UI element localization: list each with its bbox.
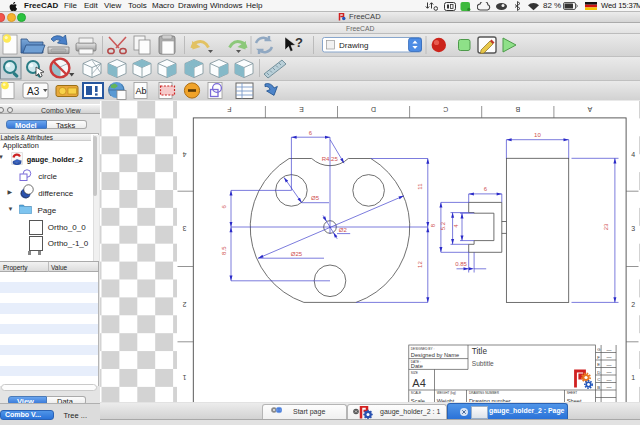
svg-text:SHEET: SHEET — [566, 391, 577, 395]
svg-text:G: G — [597, 347, 600, 352]
svg-text:Subtitle: Subtitle — [471, 360, 493, 367]
svg-text:SCALE: SCALE — [410, 391, 420, 395]
svg-text:2: 2 — [631, 301, 635, 308]
svg-text:?: ? — [295, 35, 303, 50]
svg-text:—: — — [606, 354, 611, 360]
svg-text:3: 3 — [182, 225, 186, 232]
svg-text:—: — — [606, 377, 611, 383]
svg-text:Designed by Name: Designed by Name — [410, 352, 458, 358]
svg-text:4: 4 — [631, 151, 635, 158]
svg-text:Ø2: Ø2 — [338, 227, 347, 233]
svg-text:Title: Title — [471, 347, 487, 356]
svg-text:8: 8 — [430, 223, 436, 227]
svg-text:5.2: 5.2 — [439, 221, 445, 230]
svg-text:—: — — [606, 369, 611, 375]
svg-text:2: 2 — [182, 301, 186, 308]
svg-text:23: 23 — [603, 223, 609, 230]
svg-text:F: F — [597, 355, 600, 360]
svg-text:6: 6 — [220, 204, 226, 208]
svg-text:SIZE: SIZE — [410, 371, 417, 375]
svg-text:11: 11 — [417, 183, 423, 190]
svg-text:C: C — [443, 106, 448, 113]
svg-text:D: D — [370, 106, 375, 113]
svg-text:DRAWING NUMBER: DRAWING NUMBER — [469, 391, 500, 395]
svg-text:12: 12 — [417, 261, 423, 268]
svg-text:6: 6 — [483, 186, 487, 192]
svg-text:D: D — [597, 370, 600, 375]
svg-text:E: E — [298, 106, 303, 113]
svg-text:3: 3 — [631, 225, 635, 232]
svg-text:DESIGNED BY :: DESIGNED BY : — [410, 347, 434, 351]
svg-text:Date: Date — [410, 363, 422, 369]
svg-text:—: — — [606, 347, 611, 353]
svg-text:Ø5: Ø5 — [311, 195, 320, 201]
svg-text:6: 6 — [308, 130, 312, 136]
svg-text:10: 10 — [534, 132, 541, 138]
svg-text:1: 1 — [631, 374, 635, 381]
svg-text:B: B — [597, 385, 600, 390]
svg-text:R4.25: R4.25 — [321, 156, 338, 162]
svg-text:A: A — [587, 106, 592, 113]
svg-text:C: C — [597, 377, 600, 382]
svg-text:A3: A3 — [27, 86, 40, 97]
svg-text:A4: A4 — [412, 377, 425, 389]
svg-text:4: 4 — [182, 151, 186, 158]
svg-text:—: — — [606, 362, 611, 368]
svg-text:8.5: 8.5 — [220, 246, 226, 255]
svg-text:Drawing: Drawing — [339, 41, 368, 50]
svg-text:0.85: 0.85 — [455, 261, 467, 267]
svg-text:F: F — [227, 106, 231, 113]
svg-text:Ø25: Ø25 — [290, 251, 302, 257]
svg-text:Ab: Ab — [135, 86, 146, 96]
svg-text:4: 4 — [452, 224, 458, 228]
svg-text:B: B — [515, 106, 520, 113]
svg-text:1: 1 — [182, 374, 186, 381]
svg-text:—: — — [606, 384, 611, 390]
svg-text:WEIGHT (kg): WEIGHT (kg) — [436, 391, 455, 395]
svg-text:E: E — [597, 362, 600, 367]
